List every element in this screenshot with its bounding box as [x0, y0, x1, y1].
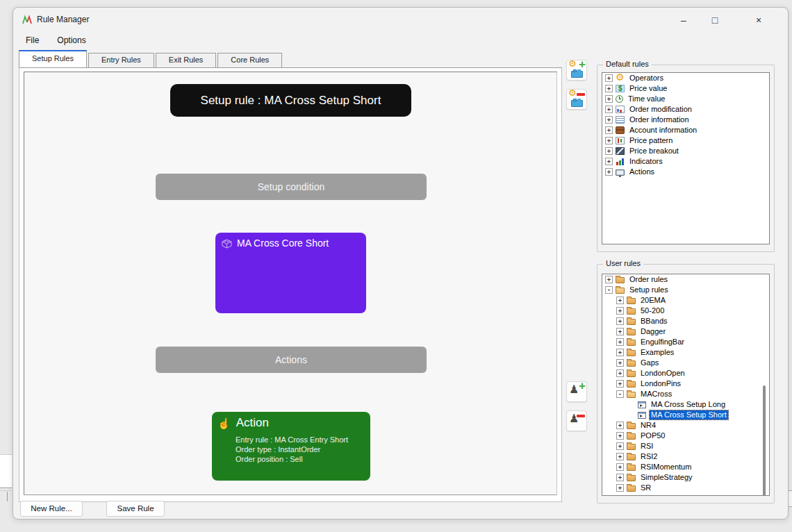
plus-icon: +	[579, 379, 586, 393]
new-rule-button[interactable]: New Rule...	[20, 501, 83, 517]
save-rule-button[interactable]: Save Rule	[106, 501, 165, 517]
expand-expander-icon[interactable]: +	[616, 442, 624, 450]
remove-user-rule-button[interactable]: ♟	[566, 410, 587, 431]
setup-rule-title-node[interactable]: Setup rule : MA Cross Setup Short	[170, 84, 411, 117]
expand-expander-icon[interactable]: +	[605, 158, 613, 165]
expand-expander-icon[interactable]: +	[616, 484, 624, 492]
tree-item-macross[interactable]: -MACross	[602, 389, 769, 399]
tree-item-50-200[interactable]: +50-200	[602, 306, 769, 316]
tree-item-price-pattern[interactable]: +Price pattern	[602, 135, 769, 146]
hand-click-icon: ☝	[217, 418, 231, 429]
tree-item-londonopen[interactable]: +LondonOpen	[602, 368, 769, 379]
tree-item-rsimomentum[interactable]: +RSIMomentum	[602, 462, 769, 472]
tree-item-simplestrategy[interactable]: +SimpleStrategy	[602, 472, 769, 483]
close-button[interactable]: ×	[745, 10, 773, 30]
tab-setup-rules[interactable]: Setup Rules	[19, 50, 87, 67]
expand-expander-icon[interactable]: +	[605, 147, 613, 155]
tree-item-bbands[interactable]: +BBands	[602, 316, 769, 326]
expand-expander-icon[interactable]: +	[616, 432, 624, 440]
action-node[interactable]: ☝ Action Entry rule : MA Cross Entry Sho…	[212, 412, 370, 481]
action-node-title: Action	[236, 416, 269, 430]
expand-expander-icon[interactable]: +	[616, 474, 624, 481]
action-detail-line: Order position : Sell	[236, 455, 370, 464]
expand-expander-icon[interactable]: +	[605, 137, 613, 144]
expand-expander-icon[interactable]: +	[616, 380, 624, 388]
tree-item-gaps[interactable]: +Gaps	[602, 358, 769, 368]
menu-bar: FileOptions	[19, 34, 93, 48]
rule-canvas[interactable]: Setup rule : MA Cross Setup Short Setup …	[24, 72, 557, 495]
tree-item-actions[interactable]: +Actions	[602, 167, 769, 177]
tree-item-examples[interactable]: +Examples	[602, 347, 769, 358]
expand-expander-icon[interactable]: +	[605, 85, 613, 92]
gear-icon: ⚙	[568, 58, 577, 69]
expand-expander-icon[interactable]: +	[616, 338, 624, 346]
expand-expander-icon[interactable]: +	[616, 317, 624, 325]
tree-item-label: Actions	[628, 167, 656, 176]
expand-expander-icon[interactable]: +	[616, 307, 624, 315]
expand-expander-icon[interactable]: +	[605, 116, 613, 124]
tree-item-label: Account information	[628, 126, 698, 135]
tree-item-dagger[interactable]: +Dagger	[602, 326, 769, 337]
expand-expander-icon[interactable]: +	[616, 422, 624, 429]
tree-item-operators[interactable]: +Operators	[602, 73, 769, 83]
add-user-rule-button[interactable]: ♟ +	[566, 381, 587, 402]
vertical-scrollbar[interactable]	[763, 385, 766, 496]
minimize-button[interactable]: –	[670, 10, 698, 30]
expand-expander-icon[interactable]: +	[616, 359, 624, 367]
collapse-expander-icon[interactable]: -	[616, 390, 624, 398]
core-rule-node[interactable]: MA Cross Core Short	[215, 233, 366, 313]
tree-item-setup-rules[interactable]: -Setup rules	[602, 285, 769, 295]
tree-item-price-breakout[interactable]: +Price breakout	[602, 146, 769, 156]
folder-icon	[627, 444, 636, 450]
tree-item-order-information[interactable]: +Order information	[602, 115, 769, 125]
folder-open-icon	[627, 392, 636, 398]
tree-item-ma-cross-setup-long[interactable]: MA Cross Setup Long	[602, 399, 769, 410]
tree-item-price-value[interactable]: +Price value	[602, 83, 769, 94]
tree-item-pop50[interactable]: +POP50	[602, 431, 769, 441]
tree-item-ma-cross-setup-short[interactable]: MA Cross Setup Short	[602, 410, 769, 420]
tree-item-time-value[interactable]: +Time value	[602, 94, 769, 104]
tree-item-indicators[interactable]: +Indicators	[602, 156, 769, 167]
folder-icon	[627, 350, 636, 356]
tree-item-20ema[interactable]: +20EMA	[602, 295, 769, 306]
tree-item-engulfingbar[interactable]: +EngulfingBar	[602, 337, 769, 347]
expand-expander-icon[interactable]: +	[616, 328, 624, 335]
expand-expander-icon[interactable]: +	[616, 463, 624, 471]
expand-expander-icon[interactable]: +	[605, 74, 613, 82]
title-bar[interactable]: Rule Manager – □ ×	[13, 8, 788, 33]
expand-expander-icon[interactable]: +	[605, 126, 613, 134]
folder-icon	[627, 340, 636, 346]
tree-item-sr[interactable]: +SR	[602, 483, 769, 493]
tab-entry-rules[interactable]: Entry Rules	[88, 53, 154, 67]
collapse-expander-icon[interactable]: -	[605, 286, 613, 294]
user-rules-tree[interactable]: +Order rules-Setup rules+20EMA+50-200+BB…	[602, 274, 770, 496]
add-core-rule-button[interactable]: ⚙ +	[566, 60, 587, 81]
tab-core-rules[interactable]: Core Rules	[217, 53, 282, 67]
default-rules-tree[interactable]: +Operators+Price value+Time value+Order …	[602, 72, 770, 244]
expand-expander-icon[interactable]: +	[605, 168, 613, 176]
actions-group-node[interactable]: Actions	[156, 347, 427, 373]
expand-expander-icon[interactable]: +	[605, 276, 613, 283]
tab-exit-rules[interactable]: Exit Rules	[156, 53, 217, 67]
tree-item-hour-stop-setup[interactable]: Hour Stop Setup	[602, 493, 769, 496]
expand-expander-icon[interactable]: +	[616, 297, 624, 304]
menu-options[interactable]: Options	[50, 34, 92, 48]
tree-item-rsi2[interactable]: +RSI2	[602, 451, 769, 462]
expand-expander-icon[interactable]: +	[616, 369, 624, 377]
expand-expander-icon[interactable]: +	[605, 95, 613, 103]
folder-icon	[627, 360, 636, 367]
expand-expander-icon[interactable]: +	[616, 453, 624, 460]
tree-item-londonpins[interactable]: +LondonPins	[602, 379, 769, 389]
tree-item-rsi[interactable]: +RSI	[602, 441, 769, 451]
remove-core-rule-button[interactable]: ⚙	[566, 89, 587, 110]
expand-expander-icon[interactable]: +	[605, 106, 613, 113]
menu-file[interactable]: File	[19, 34, 46, 48]
setup-condition-node[interactable]: Setup condition	[156, 174, 427, 200]
tree-item-nr4[interactable]: +NR4	[602, 420, 769, 431]
maximize-button[interactable]: □	[701, 10, 729, 30]
tree-item-order-rules[interactable]: +Order rules	[602, 274, 769, 285]
tree-item-label: 50-200	[639, 306, 666, 315]
expand-expander-icon[interactable]: +	[616, 349, 624, 356]
tree-item-account-information[interactable]: +Account information	[602, 125, 769, 135]
tree-item-order-modification[interactable]: +Order modification	[602, 104, 769, 115]
